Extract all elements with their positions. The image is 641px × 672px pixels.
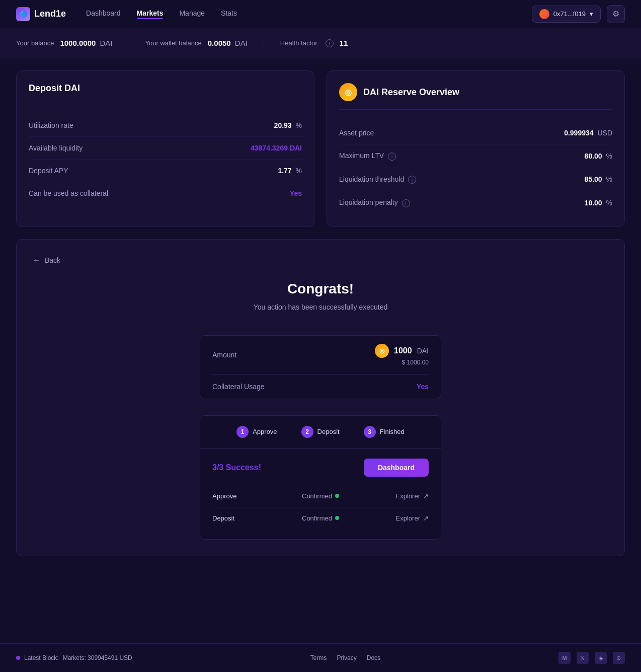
tx-deposit-explorer-label: Explorer xyxy=(396,514,420,522)
wallet-address: 0x71...f019 xyxy=(553,10,586,18)
balance-bar: Your balance 1000.0000 DAI Your wallet b… xyxy=(0,28,641,58)
max-ltv-value: 80.00 % xyxy=(585,152,612,160)
nav-manage[interactable]: Manage xyxy=(179,9,205,19)
tx-deposit-explorer[interactable]: Explorer ↗ xyxy=(357,514,429,522)
tx-approve-status-text: Confirmed xyxy=(302,492,332,500)
tx-approve-name: Approve xyxy=(212,492,284,500)
footer-privacy[interactable]: Privacy xyxy=(337,654,356,661)
amount-label: Amount xyxy=(212,351,236,359)
amount-usd: $ 1000.00 xyxy=(402,359,429,366)
wallet-button[interactable]: 0x71...f019 ▾ xyxy=(532,6,601,23)
stat-liquidity: Available liquidity 43874.3269 DAI xyxy=(29,137,302,160)
tx-deposit-dot xyxy=(335,516,339,520)
balance-divider-2 xyxy=(264,36,264,51)
amount-number: 1000 xyxy=(394,346,412,355)
tx-row-deposit: Deposit Confirmed Explorer ↗ xyxy=(212,507,429,529)
step-approve-circle: 1 xyxy=(236,426,249,438)
health-factor-item: Health factor i 11 xyxy=(280,39,348,47)
footer-terms[interactable]: Terms xyxy=(310,654,327,661)
reserve-card-title: DAI Reserve Overview xyxy=(363,87,459,98)
footer-latest-block-label: Latest Block: xyxy=(24,654,59,661)
collateral-usage-value: Yes xyxy=(417,383,429,391)
footer-docs[interactable]: Docs xyxy=(367,654,380,661)
nav-right: 0x71...f019 ▾ ⚙ xyxy=(532,5,625,23)
step-finished-circle: 3 xyxy=(364,426,376,438)
wallet-balance-value: 0.0050 DAI xyxy=(208,39,248,47)
tx-approve-dot xyxy=(335,494,339,498)
footer: Latest Block: Markets: 309945491 USD Ter… xyxy=(0,643,641,672)
reserve-card: ◎ DAI Reserve Overview Asset price 0.999… xyxy=(327,70,625,227)
congrats-card: ← Back Congrats! You action has been suc… xyxy=(16,239,625,556)
back-label: Back xyxy=(45,256,60,264)
utilization-value: 20.93 % xyxy=(274,121,302,129)
stat-liq-threshold: Liquidation threshold i 85.00 % xyxy=(339,168,612,192)
step-finished-label: Finished xyxy=(380,428,405,435)
chevron-down-icon: ▾ xyxy=(590,10,593,18)
tx-approve-explorer-label: Explorer xyxy=(396,492,420,500)
nav-dashboard[interactable]: Dashboard xyxy=(86,9,121,19)
back-arrow-icon: ← xyxy=(33,256,41,265)
dashboard-button[interactable]: Dashboard xyxy=(364,459,429,477)
step-deposit: 2 Deposit xyxy=(301,426,340,438)
nav-links: Dashboard Markets Manage Stats xyxy=(86,9,532,19)
liq-threshold-info-icon[interactable]: i xyxy=(408,176,416,184)
tx-deposit-name: Deposit xyxy=(212,514,284,522)
back-button[interactable]: ← Back xyxy=(33,256,608,265)
your-balance-value: 1000.0000 DAI xyxy=(60,39,112,47)
your-balance-label: Your balance xyxy=(16,39,54,47)
collateral-value: Yes xyxy=(290,189,302,197)
utilization-label: Utilization rate xyxy=(29,121,73,129)
step-approve: 1 Approve xyxy=(236,426,277,438)
settings-button[interactable]: ⚙ xyxy=(607,5,625,23)
max-ltv-label: Maximum LTV i xyxy=(339,152,396,161)
twitter-icon[interactable]: 𝕏 xyxy=(577,652,589,664)
congrats-subtitle: You action has been successfully execute… xyxy=(254,303,387,311)
gear-icon: ⚙ xyxy=(612,9,619,19)
liquidity-label: Available liquidity xyxy=(29,144,83,152)
logo-text: Lend1e xyxy=(34,9,66,19)
nav-stats[interactable]: Stats xyxy=(221,9,237,19)
wallet-balance-label: Your wallet balance xyxy=(145,39,202,47)
tx-rows: Approve Confirmed Explorer ↗ Deposi xyxy=(212,485,429,529)
collateral-row: Collateral Usage Yes xyxy=(212,375,429,399)
max-ltv-info-icon[interactable]: i xyxy=(388,153,396,161)
health-factor-info-icon[interactable]: i xyxy=(326,39,334,47)
footer-icons: M 𝕏 ◈ ⊙ xyxy=(558,652,625,664)
liq-penalty-value: 10.00 % xyxy=(585,199,612,207)
apy-label: Deposit APY xyxy=(29,167,68,175)
amount-value-col: ◎ 1000 DAI $ 1000.00 xyxy=(375,344,429,366)
main-content: Deposit DAI Utilization rate 20.93 % Ava… xyxy=(0,58,641,568)
medium-icon[interactable]: M xyxy=(558,652,571,664)
tx-approve-status: Confirmed xyxy=(284,492,356,500)
stat-utilization: Utilization rate 20.93 % xyxy=(29,114,302,137)
liq-penalty-label: Liquidation penalty i xyxy=(339,198,410,207)
liq-penalty-info-icon[interactable]: i xyxy=(402,199,410,207)
step-finished: 3 Finished xyxy=(364,426,405,438)
tx-deposit-status: Confirmed xyxy=(284,514,356,522)
external-link-icon-2: ↗ xyxy=(423,514,429,522)
amount-row: Amount ◎ 1000 DAI $ 1000.00 xyxy=(212,336,429,375)
asset-price-label: Asset price xyxy=(339,129,374,137)
wallet-avatar xyxy=(539,9,549,19)
tx-deposit-status-text: Confirmed xyxy=(302,514,332,522)
stat-apy: Deposit APY 1.77 % xyxy=(29,160,302,182)
liq-threshold-value: 85.00 % xyxy=(585,175,612,183)
tx-approve-explorer[interactable]: Explorer ↗ xyxy=(357,492,429,500)
footer-left: Latest Block: Markets: 309945491 USD xyxy=(16,654,132,661)
github-icon[interactable]: ⊙ xyxy=(613,652,625,664)
step-approve-label: Approve xyxy=(253,428,277,435)
liq-threshold-label: Liquidation threshold i xyxy=(339,175,416,184)
deposit-card: Deposit DAI Utilization rate 20.93 % Ava… xyxy=(16,70,314,227)
amount-dai-icon: ◎ xyxy=(375,344,389,358)
steps-card: 1 Approve 2 Deposit 3 Finished 3/3 Succe… xyxy=(200,415,441,540)
congrats-center: Congrats! You action has been successful… xyxy=(254,281,387,311)
wallet-balance-item: Your wallet balance 0.0050 DAI xyxy=(145,39,248,47)
steps-header: 1 Approve 2 Deposit 3 Finished xyxy=(200,416,441,449)
discord-icon[interactable]: ◈ xyxy=(595,652,607,664)
collateral-label: Can be used as collateral xyxy=(29,189,108,197)
balance-divider-1 xyxy=(129,36,129,51)
nav-markets[interactable]: Markets xyxy=(137,9,164,19)
collateral-usage-label: Collateral Usage xyxy=(212,383,265,391)
stat-max-ltv: Maximum LTV i 80.00 % xyxy=(339,144,612,168)
steps-body: 3/3 Success! Dashboard Approve Confirmed… xyxy=(200,449,441,539)
